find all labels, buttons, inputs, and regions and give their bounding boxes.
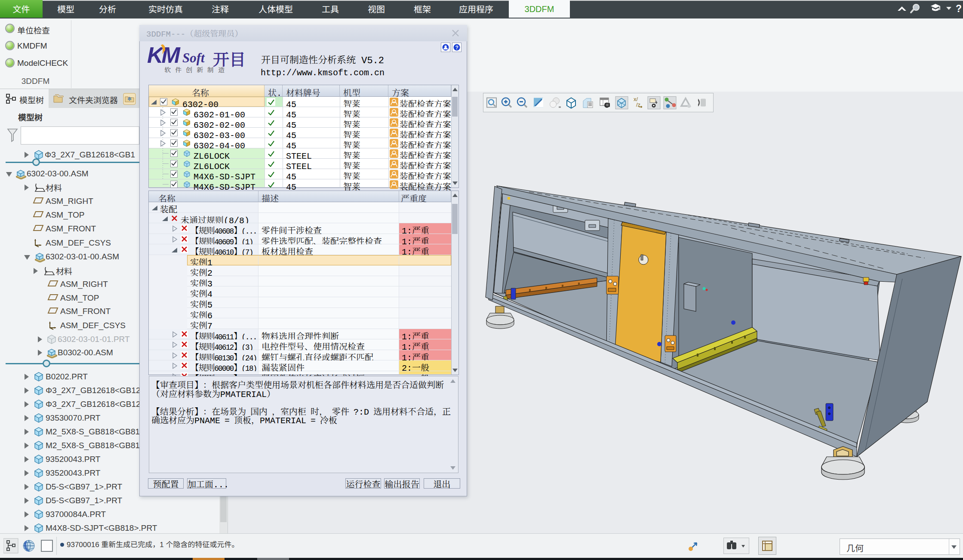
svg-text:?: ? — [956, 3, 961, 14]
svg-text:✻: ✻ — [127, 96, 132, 102]
svg-text:Soft: Soft — [182, 50, 205, 65]
svg-text:?: ? — [455, 45, 458, 51]
